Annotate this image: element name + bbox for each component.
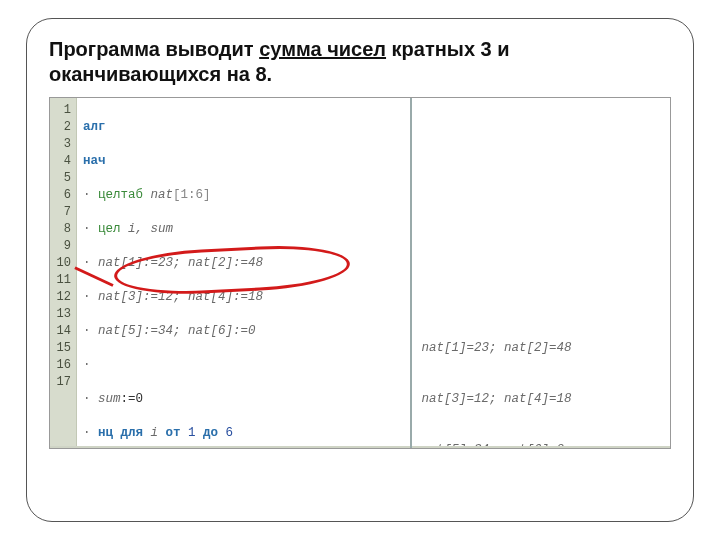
var-i: i xyxy=(150,426,158,440)
kw-ot: от xyxy=(158,426,188,440)
output-spacer xyxy=(422,238,664,255)
title-part1: Программа выводит xyxy=(49,38,259,60)
var-nat: nat xyxy=(150,188,173,202)
line-number: 15 xyxy=(50,340,76,357)
line-number: 8 xyxy=(50,221,76,238)
output-line: nat[1]=23; nat[2]=48 xyxy=(422,340,664,357)
type-celtab: целтаб xyxy=(98,188,151,202)
indent-dot: · xyxy=(83,188,98,202)
kw-alg: алг xyxy=(83,120,106,134)
kw-do: до xyxy=(196,426,226,440)
code-line: · nat[3]:=12; nat[4]:=18 xyxy=(83,289,406,306)
code-line: · nat[1]:=23; nat[2]:=48 xyxy=(83,255,406,272)
indent-dot: · xyxy=(83,426,98,440)
num-6: 6 xyxy=(226,426,234,440)
slide: Программа выводит сумма чисел кратных 3 … xyxy=(0,0,720,540)
code-line: · sum:=0 xyxy=(83,391,406,408)
slide-title: Программа выводит сумма чисел кратных 3 … xyxy=(49,37,671,87)
line-number: 2 xyxy=(50,119,76,136)
line-number: 7 xyxy=(50,204,76,221)
output-line: nat[3]=12; nat[4]=18 xyxy=(422,391,664,408)
code-line: · xyxy=(83,357,406,374)
assign-line: nat[3]:=12; nat[4]:=18 xyxy=(98,290,263,304)
assign-line: nat[1]:=23; nat[2]:=48 xyxy=(98,256,263,270)
indent-dot: · xyxy=(83,256,98,270)
var-decl: i, sum xyxy=(128,222,173,236)
type-cel: цел xyxy=(98,222,128,236)
line-number: 3 xyxy=(50,136,76,153)
title-underlined: сумма чисел xyxy=(259,38,386,60)
line-number: 11 xyxy=(50,272,76,289)
line-number: 17 xyxy=(50,374,76,391)
pane-footer-border xyxy=(50,446,410,448)
output-run-pane: nat[1]=23; nat[2]=48 nat[3]=12; nat[4]=1… xyxy=(412,98,670,448)
line-number: 6 xyxy=(50,187,76,204)
line-number: 10 xyxy=(50,255,76,272)
assign-line: nat[5]:=34; nat[6]:=0 xyxy=(98,324,256,338)
indent-dot: · xyxy=(83,222,98,236)
index-range: [1:6] xyxy=(173,188,211,202)
code-line: · nat[5]:=34; nat[6]:=0 xyxy=(83,323,406,340)
var-sum: sum xyxy=(98,392,121,406)
code-line: · нц для i от 1 до 6 xyxy=(83,425,406,442)
output-spacer xyxy=(422,187,664,204)
line-number: 12 xyxy=(50,289,76,306)
output-spacer xyxy=(422,289,664,306)
code-line: · цел i, sum xyxy=(83,221,406,238)
code-line: нач xyxy=(83,153,406,170)
line-number: 1 xyxy=(50,102,76,119)
slide-frame: Программа выводит сумма чисел кратных 3 … xyxy=(26,18,694,522)
code-editor-pane: 1 2 3 4 5 6 7 8 9 10 11 12 13 14 15 16 1 xyxy=(50,98,412,448)
indent-dot: · xyxy=(83,358,91,372)
code-panels: 1 2 3 4 5 6 7 8 9 10 11 12 13 14 15 16 1 xyxy=(49,97,671,449)
line-number: 14 xyxy=(50,323,76,340)
line-number-gutter: 1 2 3 4 5 6 7 8 9 10 11 12 13 14 15 16 1 xyxy=(50,98,77,448)
code-line: алг xyxy=(83,119,406,136)
kw-begin: нач xyxy=(83,154,106,168)
kw-nc-dlya: нц для xyxy=(98,426,151,440)
code-area: алг нач · целтаб nat[1:6] · цел i, sum ·… xyxy=(77,98,410,448)
line-number: 16 xyxy=(50,357,76,374)
code-line: · целтаб nat[1:6] xyxy=(83,187,406,204)
line-number: 9 xyxy=(50,238,76,255)
line-number: 4 xyxy=(50,153,76,170)
output-spacer xyxy=(422,136,664,153)
assign-zero: :=0 xyxy=(120,392,143,406)
pane-footer-border xyxy=(412,446,670,448)
line-number: 5 xyxy=(50,170,76,187)
indent-dot: · xyxy=(83,324,98,338)
indent-dot: · xyxy=(83,392,98,406)
num-1: 1 xyxy=(188,426,196,440)
line-number: 13 xyxy=(50,306,76,323)
indent-dot: · xyxy=(83,290,98,304)
